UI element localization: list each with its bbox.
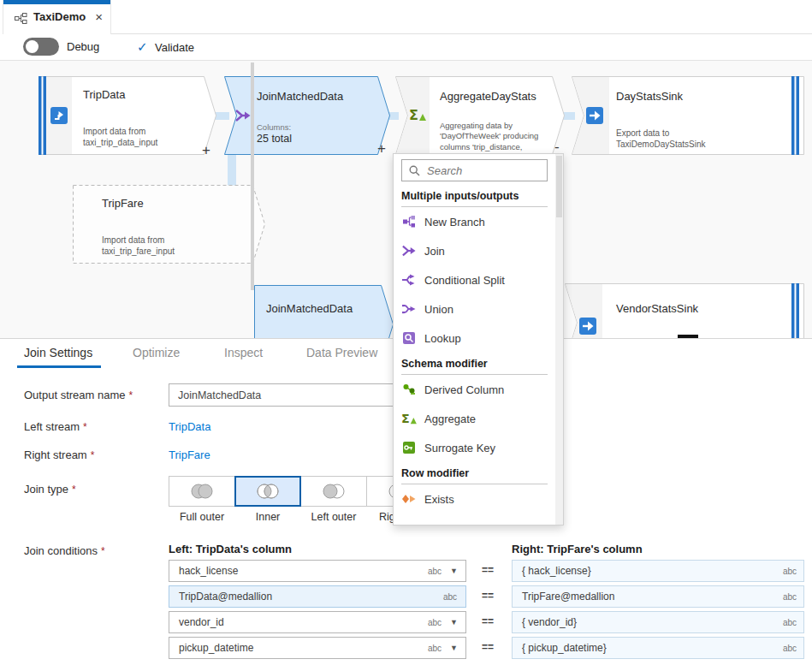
columns-value: 25 total (257, 133, 292, 145)
canvas-scrollbar-thumb[interactable] (678, 335, 698, 338)
aggregate-icon: Σ (409, 107, 426, 126)
dataflow-toolbar: Debug ✓ Validate (0, 34, 812, 60)
collapse-menu-button[interactable]: - (554, 140, 560, 154)
menu-scrollbar[interactable] (555, 154, 563, 525)
join-type-left-outer[interactable] (300, 476, 367, 507)
chevron-down-icon[interactable]: ▼ (448, 644, 465, 652)
menu-item-surrogate-key[interactable]: Surrogate Key (394, 433, 555, 462)
search-icon (409, 165, 420, 176)
join-type-option-label: Full outer (169, 511, 235, 523)
close-icon[interactable]: × (95, 9, 103, 24)
edge-routed-vertical (251, 62, 254, 290)
check-icon: ✓ (137, 39, 148, 55)
tab-inspect[interactable]: Inspect (224, 346, 263, 365)
type-badge: abc (436, 592, 465, 602)
join-type-inner[interactable] (234, 476, 301, 507)
conditional-split-icon (401, 272, 417, 288)
join-type-option-label: Left outer (300, 511, 367, 523)
add-transformation-button[interactable]: + (377, 141, 386, 156)
left-stream-link[interactable]: TripData (169, 420, 210, 433)
column-name: { pickup_datetime} (513, 642, 776, 654)
node-title: DayStatsSink (616, 90, 683, 103)
right-column-expression[interactable]: { vendor_id} abc (512, 611, 804, 633)
column-name: vendor_id (169, 616, 421, 628)
tab-data-preview[interactable]: Data Preview (306, 346, 377, 365)
right-column-expression[interactable]: { pickup_datetime} abc (512, 637, 804, 659)
tab-taxidemo[interactable]: TaxiDemo × (3, 0, 111, 34)
menu-scrollbar-thumb[interactable] (556, 156, 562, 217)
search-box[interactable] (401, 159, 548, 181)
menu-item-exists[interactable]: Exists (394, 484, 555, 514)
node-title: JoinMatchedData (257, 90, 343, 103)
join-type-full-outer[interactable] (169, 476, 235, 507)
column-name: hack_license (169, 565, 421, 577)
menu-item-aggregate[interactable]: Σ Aggregate (394, 404, 555, 433)
menu-item-label: Surrogate Key (424, 442, 495, 454)
exists-icon (401, 491, 417, 507)
chevron-down-icon[interactable]: ▼ (448, 567, 465, 575)
node-title: AggregateDayStats (440, 90, 536, 103)
venn-left-outer-icon (319, 483, 348, 500)
node-tripdata[interactable]: TripData Import data from taxi_trip_data… (39, 76, 216, 155)
debug-toggle[interactable] (23, 38, 59, 56)
equals-operator: == (473, 641, 502, 653)
column-name: { vendor_id} (513, 616, 776, 628)
node-daystatssink[interactable]: DayStatsSink Export data to TaxiDemoDayS… (572, 76, 804, 155)
menu-item-label: Lookup (424, 332, 461, 345)
menu-item-label: Join (424, 245, 445, 258)
menu-item-lookup[interactable]: Lookup (394, 324, 555, 353)
node-description: Import data from taxi_trip_data_input (83, 126, 194, 148)
left-column-select[interactable]: pickup_datetime abc ▼ (169, 637, 466, 659)
aggregate-icon: Σ (401, 411, 417, 426)
menu-item-union[interactable]: Union (394, 294, 555, 324)
tab-optimize[interactable]: Optimize (133, 346, 180, 365)
menu-item-new-branch[interactable]: New Branch (394, 207, 555, 236)
equals-operator: == (473, 615, 502, 627)
left-column-header: Left: TripData's column (169, 543, 292, 555)
node-description: Import data from taxi_trip_fare_input (102, 235, 213, 257)
lookup-icon (401, 330, 417, 346)
node-vendorstatssink[interactable]: VendorStatsSink (565, 283, 804, 339)
column-name: pickup_datetime (169, 642, 421, 654)
right-column-expression[interactable]: { hack_license} abc (512, 560, 804, 582)
menu-item-label: Aggregate (424, 413, 476, 425)
active-tab-accent (3, 0, 110, 4)
type-badge: abc (776, 592, 803, 602)
node-joinmatcheddata-2[interactable]: JoinMatchedData (254, 285, 394, 339)
document-tab-bar: TaxiDemo × (0, 0, 812, 34)
right-stream-link[interactable]: TripFare (169, 448, 210, 461)
node-title: TripFare (102, 197, 144, 210)
node-description: Aggregating data by 'DayOfTheWeek' produ… (440, 121, 558, 153)
join-icon (235, 108, 251, 127)
menu-item-conditional-split[interactable]: Conditional Split (394, 265, 555, 294)
add-transformation-menu: Multiple inputs/outputs New Branch (393, 153, 564, 526)
derived-column-icon (401, 382, 417, 397)
equals-operator: == (473, 590, 502, 602)
chevron-down-icon[interactable]: ▼ (448, 618, 465, 626)
menu-item-join[interactable]: Join (394, 236, 555, 265)
type-badge: abc (421, 644, 448, 653)
equals-operator: == (473, 564, 502, 576)
menu-item-label: Derived Column (424, 383, 504, 396)
node-aggregatedaystats[interactable]: Σ AggregateDayStats Aggregating data by … (395, 76, 565, 155)
active-tab-underline (17, 365, 101, 368)
node-description: Export data to TaxiDemoDayStatsSink (616, 128, 753, 150)
required-marker: * (83, 421, 87, 433)
menu-item-derived-column[interactable]: Derived Column (394, 375, 555, 404)
output-stream-input[interactable] (169, 383, 394, 407)
union-icon (401, 301, 417, 317)
sink-icon (586, 107, 603, 128)
right-column-header: Right: TripFare's column (512, 543, 643, 555)
tab-join-settings[interactable]: Join Settings (24, 346, 92, 365)
search-input[interactable] (425, 163, 547, 178)
debug-label: Debug (67, 40, 99, 53)
right-column-expression[interactable]: TripFare@medallion abc (512, 585, 804, 608)
node-tripfare[interactable]: TripFare Import data from taxi_trip_fare… (73, 185, 265, 264)
left-column-expression[interactable]: TripData@medallion abc (169, 585, 466, 608)
add-transformation-button[interactable]: + (202, 143, 210, 157)
left-column-select[interactable]: hack_license abc ▼ (169, 560, 466, 582)
required-marker: * (91, 449, 95, 461)
node-joinmatcheddata[interactable]: JoinMatchedData Columns: 25 total (224, 76, 390, 155)
validate-label: Validate (155, 41, 194, 54)
left-column-select[interactable]: vendor_id abc ▼ (169, 611, 466, 633)
